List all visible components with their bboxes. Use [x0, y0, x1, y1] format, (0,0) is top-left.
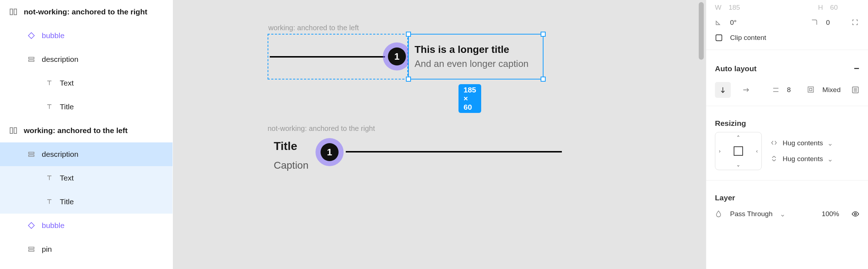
layer-title-child[interactable]: Title — [0, 190, 173, 214]
resize-vertical[interactable]: Hug contents ⌄ — [770, 155, 835, 163]
layer-label: pin — [42, 245, 52, 254]
rotation-row: 0° 0 — [706, 15, 868, 30]
layer-bubble[interactable]: bubble — [0, 24, 173, 47]
resize-handle[interactable] — [406, 32, 411, 37]
selection-box[interactable]: This is a longer title And an even longe… — [408, 34, 543, 79]
resize-h-value: Hug contents — [783, 139, 823, 147]
height-label: H — [818, 4, 823, 12]
bubble-number: 1 — [321, 143, 339, 161]
layer-label: description — [42, 150, 79, 159]
layer-frame-working[interactable]: working: anchored to the left — [0, 119, 173, 142]
independent-corners-icon[interactable] — [851, 19, 859, 27]
width-label: W — [715, 4, 721, 12]
scrollbar-thumb[interactable] — [699, 2, 704, 60]
component-icon — [27, 221, 36, 230]
layer-frame-not-working[interactable]: not-working: anchored to the right — [0, 0, 173, 24]
resize-handle[interactable] — [541, 32, 546, 37]
direction-vertical-button[interactable] — [715, 82, 731, 98]
alignment-icon[interactable] — [851, 86, 859, 94]
clip-content-label: Clip content — [730, 34, 766, 42]
content-caption-2[interactable]: Caption — [274, 160, 309, 171]
layer-text-child[interactable]: Text — [0, 166, 173, 190]
auto-layout-label: Auto layout — [715, 64, 757, 73]
svg-rect-9 — [29, 250, 34, 251]
chevron-down-icon: ⌄ — [827, 155, 835, 163]
padding-icon — [807, 86, 815, 94]
layer-label: bubble — [42, 221, 64, 230]
svg-rect-1 — [14, 9, 17, 15]
angle-icon — [715, 19, 723, 27]
svg-rect-8 — [29, 247, 34, 249]
bubble-number: 1 — [388, 47, 406, 65]
padding-value[interactable]: Mixed — [822, 86, 841, 94]
svg-rect-5 — [14, 128, 17, 133]
layer-pin[interactable]: pin — [0, 237, 173, 261]
autolayout-icon — [27, 55, 36, 64]
pin-line — [270, 56, 385, 58]
blend-mode[interactable]: Pass Through — [730, 210, 773, 218]
resize-handle[interactable] — [406, 77, 411, 82]
gap-value[interactable]: 8 — [787, 86, 791, 94]
layer-description-selected[interactable]: description — [0, 142, 173, 166]
eye-icon[interactable] — [851, 210, 859, 218]
layer-label: working: anchored to the left — [24, 126, 127, 135]
radius-value[interactable]: 0 — [826, 19, 830, 27]
layer-label: Title — [60, 197, 74, 206]
autolayout-icon — [27, 245, 36, 254]
bubble-node[interactable]: 1 — [383, 42, 411, 70]
frame-icon — [9, 126, 18, 135]
svg-rect-6 — [29, 152, 34, 154]
layer-blend-row: Pass Through ⌄ 100% — [706, 206, 868, 222]
resize-horizontal[interactable]: Hug contents ⌄ — [770, 139, 835, 147]
auto-layout-controls: 8 Mixed — [706, 78, 868, 101]
svg-rect-12 — [810, 88, 812, 91]
layer-label: description — [42, 55, 79, 64]
canvas-frame-label[interactable]: working: anchored to the left — [268, 24, 359, 32]
svg-point-14 — [854, 213, 856, 215]
layer-bubble-2[interactable]: bubble — [0, 214, 173, 237]
canvas-frame-label-2[interactable]: not-working: anchored to the right — [268, 124, 375, 133]
resize-v-value: Hug contents — [783, 155, 823, 163]
layer-label: not-working: anchored to the right — [24, 8, 147, 16]
section-resizing: Resizing — [706, 110, 868, 132]
wh-row: W 185 H 60 — [706, 0, 868, 15]
layers-panel: not-working: anchored to the right bubbl… — [0, 0, 173, 269]
svg-rect-3 — [29, 60, 34, 61]
content-title-2[interactable]: Title — [274, 140, 297, 153]
remove-autolayout-button[interactable]: − — [854, 63, 859, 74]
checkbox-empty-icon[interactable] — [715, 34, 723, 42]
section-layer: Layer — [706, 185, 868, 206]
svg-rect-2 — [29, 57, 34, 59]
svg-rect-0 — [10, 9, 13, 15]
clip-content-row[interactable]: Clip content — [706, 30, 868, 45]
component-icon — [27, 31, 36, 40]
radius-icon — [811, 19, 819, 27]
svg-rect-10 — [716, 35, 722, 41]
text-icon — [45, 197, 54, 206]
layer-title[interactable]: Title — [0, 95, 173, 119]
chevron-down-icon: ⌄ — [780, 210, 788, 218]
bubble-node-2[interactable]: 1 — [316, 138, 344, 166]
content-caption: And an even longer caption — [415, 58, 537, 69]
layer-text[interactable]: Text — [0, 71, 173, 95]
rotation-value[interactable]: 0° — [730, 19, 737, 27]
svg-rect-4 — [10, 128, 13, 133]
opacity-value[interactable]: 100% — [822, 210, 839, 218]
design-panel: W 185 H 60 0° 0 Clip c — [706, 0, 868, 269]
resizing-label: Resizing — [715, 119, 746, 128]
constraints-widget[interactable]: ⌃ ⌄ › ‹ — [715, 132, 762, 170]
layer-label: Text — [60, 79, 74, 87]
width-value[interactable]: 185 — [729, 4, 740, 12]
text-icon — [45, 173, 54, 183]
hug-h-icon — [770, 139, 778, 147]
blend-icon — [715, 210, 723, 218]
layer-description[interactable]: description — [0, 47, 173, 71]
content-title: This is a longer title — [415, 44, 537, 55]
resize-handle[interactable] — [541, 77, 546, 82]
svg-rect-11 — [808, 87, 814, 92]
height-value[interactable]: 60 — [830, 4, 838, 12]
direction-horizontal-button[interactable] — [738, 82, 754, 98]
canvas[interactable]: working: anchored to the left 1 This is … — [173, 0, 706, 269]
selection-dimensions: 185 × 60 — [458, 84, 481, 113]
layer-label: Text — [60, 174, 74, 182]
